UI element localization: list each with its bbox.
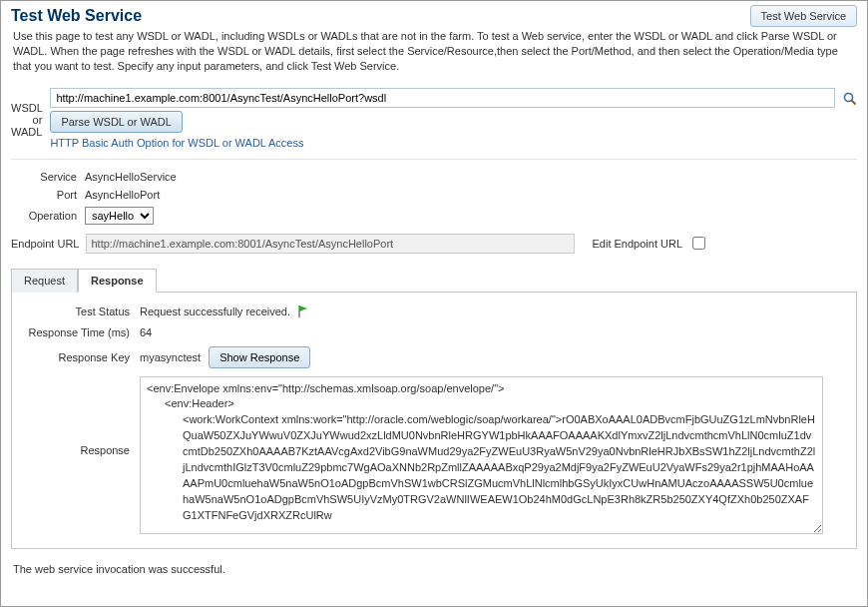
- port-value: AsyncHelloPort: [85, 189, 160, 201]
- endpoint-url-input: [86, 234, 575, 254]
- response-body-textarea[interactable]: <env:Envelope xmlns:env="http://schemas.…: [140, 376, 823, 534]
- port-label: Port: [11, 189, 85, 201]
- wsdl-url-input[interactable]: [50, 88, 835, 108]
- success-flag-icon: [296, 304, 310, 318]
- response-time-value: 64: [140, 326, 152, 338]
- response-key-value: myasynctest: [140, 351, 201, 363]
- response-panel: Test Status Request successfully receive…: [11, 293, 857, 549]
- edit-endpoint-checkbox[interactable]: [692, 237, 705, 250]
- edit-endpoint-label: Edit Endpoint URL: [593, 238, 683, 250]
- parse-wsdl-button[interactable]: Parse WSDL or WADL: [50, 111, 182, 133]
- tab-response[interactable]: Response: [78, 269, 157, 293]
- show-response-button[interactable]: Show Response: [209, 346, 310, 368]
- footer-message: The web service invocation was successfu…: [1, 549, 867, 581]
- endpoint-label: Endpoint URL: [11, 238, 86, 250]
- svg-line-1: [852, 100, 856, 104]
- test-status-value: Request successfully received.: [140, 305, 290, 317]
- page-title: Test Web Service: [11, 7, 142, 25]
- test-status-label: Test Status: [20, 305, 140, 317]
- service-value: AsyncHelloService: [85, 171, 177, 183]
- operation-select[interactable]: sayHello: [85, 207, 154, 225]
- search-icon[interactable]: [842, 91, 858, 107]
- svg-point-0: [845, 93, 853, 101]
- operation-label: Operation: [11, 210, 85, 222]
- response-body-label: Response: [20, 376, 140, 456]
- service-label: Service: [11, 171, 85, 183]
- test-web-service-button[interactable]: Test Web Service: [750, 5, 857, 27]
- tab-request[interactable]: Request: [11, 269, 78, 293]
- response-time-label: Response Time (ms): [20, 326, 140, 338]
- http-basic-auth-link[interactable]: HTTP Basic Auth Option for WSDL or WADL …: [50, 133, 303, 149]
- intro-text: Use this page to test any WSDL or WADL, …: [1, 29, 867, 84]
- wsdl-label: WSDL or WADL: [11, 88, 50, 138]
- response-key-label: Response Key: [20, 351, 140, 363]
